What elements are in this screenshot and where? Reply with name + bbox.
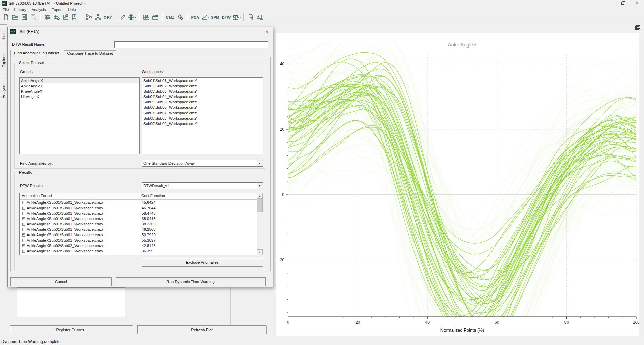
tree-expand-icon[interactable]: + <box>22 207 25 210</box>
dtw-button[interactable]: DTW <box>221 15 232 19</box>
panel-divider <box>230 287 231 325</box>
workspace-list-item[interactable]: Sub01\Sub01_Workspace.cmz\ <box>142 78 263 83</box>
new-project-button[interactable] <box>1 13 10 21</box>
tree-expand-icon[interactable]: + <box>22 233 25 237</box>
sidebar-tab-analyse[interactable]: Analyse <box>0 76 7 106</box>
export-data-button[interactable] <box>246 13 255 21</box>
workspaces-listbox[interactable]: Sub01\Sub01_Workspace.cmz\Sub02\Sub02_Wo… <box>142 77 263 154</box>
dialog-title-bar[interactable]: SIFT Sift (BETA) × <box>8 27 273 36</box>
hierarchy-button[interactable] <box>84 13 93 21</box>
menu-help[interactable]: Help <box>65 8 79 12</box>
save-icon <box>21 14 28 21</box>
group-list-item[interactable]: KneeAngleX <box>20 89 139 94</box>
chart-settings-button[interactable] <box>61 13 70 21</box>
report-button[interactable] <box>70 13 79 21</box>
table-row[interactable]: +AnkleAngleXSub01\Sub01_Workspace.cmz\38… <box>20 221 257 227</box>
table-row[interactable]: +AnkleAngleXSub01\Sub01_Workspace.cmz\46… <box>20 227 257 232</box>
tree-expand-icon[interactable]: + <box>22 239 25 242</box>
workspace-list-item[interactable]: Sub03\Sub03_Workspace.cmz\ <box>142 89 263 94</box>
sidebar-tab-explore[interactable]: Explore <box>0 46 7 75</box>
scroll-thumb[interactable] <box>257 199 263 212</box>
table-row[interactable]: +AnkleAngleXSub01\Sub01_Workspace.cmz\46… <box>20 205 257 211</box>
open-project-button[interactable] <box>10 13 20 21</box>
sidebar-tab-load[interactable]: Load <box>0 24 7 45</box>
nodes-button[interactable] <box>93 13 102 21</box>
workspace-list-item[interactable]: Sub02\Sub02_Workspace.cmz\ <box>142 83 263 89</box>
workspace-list-item[interactable]: Sub09\Sub09_Workspace.cmz\ <box>142 121 263 126</box>
find-anomalies-by-select[interactable]: One Standard Deviation Away ▾ <box>142 160 263 167</box>
group-list-item[interactable]: AnkleAngleX <box>20 78 139 83</box>
scroll-down-button[interactable]: ▼ <box>257 249 263 255</box>
cost-function-value: 58.4746 <box>139 211 257 216</box>
table-row[interactable]: +AnkleAngleXSub01\Sub01_Workspace.cmz\45… <box>20 200 257 205</box>
toolbar-separator <box>243 13 244 21</box>
anomalies-table-scrollbar[interactable]: ▲ ▼ <box>257 193 263 255</box>
close-button[interactable]: × <box>630 0 644 7</box>
export-image-button[interactable] <box>255 13 264 21</box>
tree-expand-icon[interactable]: + <box>22 212 25 215</box>
minimize-button[interactable]: – <box>602 0 616 7</box>
dialog-title: Sift (BETA) <box>20 29 39 34</box>
query-button[interactable]: QRY <box>102 15 113 19</box>
menu-analysis[interactable]: Analysis <box>29 8 49 12</box>
dtw-result-name-input[interactable] <box>114 41 268 48</box>
tree-expand-icon[interactable]: + <box>22 228 25 231</box>
menu-export[interactable]: Export <box>49 8 65 12</box>
find-anomalies-by-dropdown-button[interactable]: ▾ <box>257 160 263 166</box>
table-settings-button[interactable] <box>52 13 61 21</box>
workspace-list-item[interactable]: Sub06\Sub06_Workspace.cmz\ <box>142 105 263 110</box>
workspace-list-item[interactable]: Sub07\Sub07_Workspace.cmz\ <box>142 110 263 116</box>
annotate-button[interactable] <box>118 13 127 21</box>
web-button[interactable]: ▾ <box>127 13 136 21</box>
pca-button[interactable]: PCA <box>190 15 201 19</box>
table-row[interactable]: +AnkleAngleXSub02\Sub02_Workspace.cmz\36… <box>20 248 257 254</box>
column-header-anomalies-found[interactable]: Anomalies Found <box>20 193 139 199</box>
table-row[interactable]: +AnkleAngleXSub01\Sub01_Workspace.cmz\58… <box>20 211 257 216</box>
film-button[interactable] <box>151 13 160 21</box>
table-row[interactable]: +AnkleAngleXSub01\Sub01_Workspace.cmz\55… <box>20 238 257 243</box>
register-curves-button[interactable]: Register Curves... <box>10 325 133 334</box>
video-overlay-button[interactable] <box>142 13 151 21</box>
group-list-item[interactable]: HipAngleX <box>20 94 139 99</box>
compare-dropdown-icon[interactable]: ▾ <box>239 15 241 19</box>
restore-button[interactable] <box>616 0 630 7</box>
tree-expand-icon[interactable]: + <box>22 201 25 204</box>
tab-compare-trace[interactable]: Compare Trace to Dataset <box>64 50 117 57</box>
line-chart-dropdown-icon[interactable]: ▾ <box>208 15 209 19</box>
workspace-list-item[interactable]: Sub04\Sub04_Workspace.cmz\ <box>142 94 263 99</box>
column-header-cost-function[interactable]: Cost Function <box>139 193 263 199</box>
find-anomalies-by-label: Find Anomalies by: <box>20 161 53 165</box>
tree-expand-icon[interactable]: + <box>22 250 25 253</box>
line-chart-button[interactable]: ▾ <box>201 13 210 21</box>
tree-expand-icon[interactable]: + <box>22 244 25 247</box>
menu-library[interactable]: Library <box>12 8 29 12</box>
groups-listbox[interactable]: AnkleAngleXAnkleAngleYKneeAngleXHipAngle… <box>19 77 140 154</box>
cmz-export-button[interactable]: CMZ <box>165 15 176 19</box>
table-row[interactable]: +AnkleAngleXSub02\Sub02_Workspace.cmz\42… <box>20 243 257 248</box>
tree-expand-icon[interactable]: + <box>22 217 25 220</box>
web-dropdown-icon[interactable]: ▾ <box>135 15 136 19</box>
cascade-windows-icon[interactable] <box>635 26 639 30</box>
table-row[interactable]: +AnkleAngleXSub01\Sub01_Workspace.cmz\50… <box>20 232 257 238</box>
compare-button[interactable]: ▾ <box>232 13 241 21</box>
scroll-up-button[interactable]: ▲ <box>257 193 263 199</box>
exclude-anomalies-button[interactable]: Exclude Anomalies <box>142 258 263 267</box>
dtw-results-dropdown-button[interactable]: ▾ <box>257 183 263 189</box>
table-row[interactable]: +AnkleAngleXSub01\Sub01_Workspace.cmz\38… <box>20 216 257 221</box>
run-dtw-button[interactable]: Run Dynamic Time Warping <box>116 277 266 286</box>
workspace-list-item[interactable]: Sub05\Sub05_Workspace.cmz\ <box>142 99 263 105</box>
processing-button[interactable] <box>176 13 185 21</box>
tree-expand-icon[interactable]: + <box>22 223 25 226</box>
preferences-button[interactable] <box>43 13 52 21</box>
refresh-plot-button[interactable]: Refresh Plot <box>137 325 266 334</box>
dialog-close-button[interactable]: × <box>263 28 271 35</box>
workspace-list-item[interactable]: Sub08\Sub08_Workspace.cmz\ <box>142 116 263 121</box>
dtw-results-select[interactable]: DTWResult_v1 ▾ <box>142 182 263 189</box>
spm-button[interactable]: SPM <box>210 15 220 19</box>
menu-file[interactable]: File <box>0 8 12 12</box>
save-project-button[interactable] <box>20 13 29 21</box>
save-as-button[interactable] <box>29 13 38 21</box>
tab-find-anomalies[interactable]: Find Anomalies in Dataset <box>10 50 63 57</box>
group-list-item[interactable]: AnkleAngleY <box>20 83 139 89</box>
cancel-button[interactable]: Cancel <box>10 277 112 286</box>
